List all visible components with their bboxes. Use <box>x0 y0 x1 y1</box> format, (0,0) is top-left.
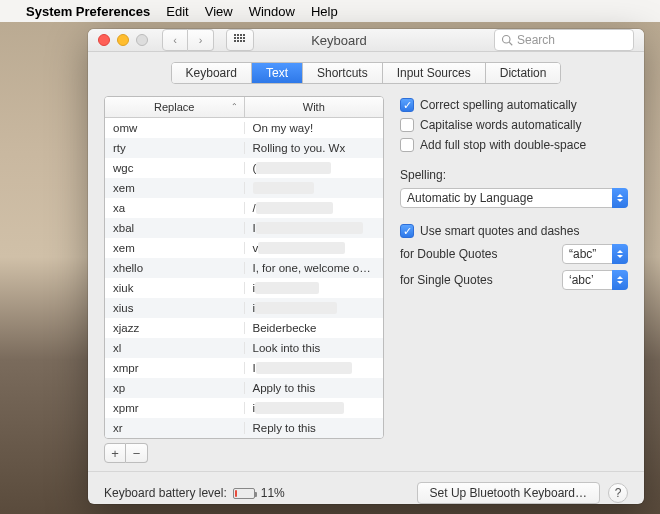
table-row[interactable]: xhelloI, for one, welcome our ne... <box>105 258 383 278</box>
sort-caret-icon: ⌃ <box>231 102 238 111</box>
remove-button[interactable]: − <box>126 443 148 463</box>
table-row[interactable]: wgc(x <box>105 158 383 178</box>
table-row[interactable]: xbalIx <box>105 218 383 238</box>
col-with[interactable]: With <box>245 97 384 117</box>
svg-point-0 <box>503 36 511 44</box>
bluetooth-keyboard-button[interactable]: Set Up Bluetooth Keyboard… <box>417 482 600 504</box>
cell-with: On my way! <box>245 122 384 134</box>
cell-replace: xbal <box>105 222 245 234</box>
table-row[interactable]: rtyRolling to you. Wx <box>105 138 383 158</box>
tab-keyboard[interactable]: Keyboard <box>172 63 252 83</box>
double-quotes-select[interactable]: “abc” <box>562 244 628 264</box>
cell-replace: xp <box>105 382 245 394</box>
table-row[interactable]: xmprIx <box>105 358 383 378</box>
opt-correct-spelling[interactable]: Correct spelling automatically <box>400 98 628 112</box>
svg-line-1 <box>509 42 512 45</box>
single-quotes-select[interactable]: ‘abc’ <box>562 270 628 290</box>
cell-with: Ix <box>245 362 384 375</box>
preferences-window: ‹ › Keyboard Search KeyboardTextShortcut… <box>88 29 644 504</box>
cell-replace: xem <box>105 242 245 254</box>
cell-replace: xjazz <box>105 322 245 334</box>
table-body[interactable]: omwOn my way!rtyRolling to you. Wxwgc(xx… <box>105 118 383 438</box>
cell-with: Look into this <box>245 342 384 354</box>
chevron-updown-icon <box>612 244 628 264</box>
cell-replace: xl <box>105 342 245 354</box>
search-placeholder: Search <box>517 33 555 47</box>
cell-replace: omw <box>105 122 245 134</box>
cell-replace: rty <box>105 142 245 154</box>
tab-input-sources[interactable]: Input Sources <box>383 63 486 83</box>
content: Replace⌃ With omwOn my way!rtyRolling to… <box>88 84 644 471</box>
battery-pct: 11% <box>261 486 285 500</box>
spelling-select[interactable]: Automatic by Language <box>400 188 628 208</box>
cell-replace: xhello <box>105 262 245 274</box>
add-remove-bar: + − <box>104 443 384 463</box>
table-row[interactable]: xpmrix <box>105 398 383 418</box>
tab-text[interactable]: Text <box>252 63 303 83</box>
checkbox-icon <box>400 118 414 132</box>
table-row[interactable]: xemx <box>105 178 383 198</box>
cell-replace: xem <box>105 182 245 194</box>
table-row[interactable]: xpApply to this <box>105 378 383 398</box>
opt-capitalise-words[interactable]: Capitalise words automatically <box>400 118 628 132</box>
col-replace[interactable]: Replace⌃ <box>105 97 245 117</box>
cell-with: Apply to this <box>245 382 384 394</box>
opt-smart-quotes[interactable]: Use smart quotes and dashes <box>400 224 628 238</box>
chevron-updown-icon <box>612 188 628 208</box>
battery-status: Keyboard battery level: 11% <box>104 486 285 500</box>
table-row[interactable]: xiukix <box>105 278 383 298</box>
tab-dictation[interactable]: Dictation <box>486 63 561 83</box>
cell-with: ix <box>245 302 384 315</box>
search-field[interactable]: Search <box>494 29 634 51</box>
cell-with: vx <box>245 242 384 255</box>
checkbox-icon <box>400 138 414 152</box>
menu-edit[interactable]: Edit <box>166 4 188 19</box>
table-row[interactable]: xiusix <box>105 298 383 318</box>
cell-replace: xpmr <box>105 402 245 414</box>
options-panel: Correct spelling automatically Capitalis… <box>400 96 628 463</box>
opt-full-stop[interactable]: Add full stop with double-space <box>400 138 628 152</box>
single-quotes-label: for Single Quotes <box>400 273 493 287</box>
cell-with: ix <box>245 282 384 295</box>
search-icon <box>501 34 513 46</box>
cell-with: Beiderbecke <box>245 322 384 334</box>
back-button[interactable]: ‹ <box>162 29 188 51</box>
cell-with: Reply to this <box>245 422 384 434</box>
close-button[interactable] <box>98 34 110 46</box>
menu-view[interactable]: View <box>205 4 233 19</box>
menubar-appname[interactable]: System Preferences <box>26 4 150 19</box>
minimize-button[interactable] <box>117 34 129 46</box>
titlebar: ‹ › Keyboard Search <box>88 29 644 52</box>
cell-replace: wgc <box>105 162 245 174</box>
cell-with: I, for one, welcome our ne... <box>245 262 384 274</box>
cell-replace: xa <box>105 202 245 214</box>
table-row[interactable]: xjazzBeiderbecke <box>105 318 383 338</box>
cell-with: (x <box>245 162 384 175</box>
menu-help[interactable]: Help <box>311 4 338 19</box>
table-header: Replace⌃ With <box>105 97 383 118</box>
add-button[interactable]: + <box>104 443 126 463</box>
checkbox-icon <box>400 98 414 112</box>
cell-replace: xiuk <box>105 282 245 294</box>
table-row[interactable]: xlLook into this <box>105 338 383 358</box>
table-row[interactable]: omwOn my way! <box>105 118 383 138</box>
cell-with: Ix <box>245 222 384 235</box>
footer: Keyboard battery level: 11% Set Up Bluet… <box>88 471 644 504</box>
help-button[interactable]: ? <box>608 483 628 503</box>
table-row[interactable]: xemvx <box>105 238 383 258</box>
replacements-table: Replace⌃ With omwOn my way!rtyRolling to… <box>104 96 384 439</box>
menubar: System Preferences Edit View Window Help <box>0 0 660 22</box>
tab-shortcuts[interactable]: Shortcuts <box>303 63 383 83</box>
zoom-button <box>136 34 148 46</box>
table-row[interactable]: xrReply to this <box>105 418 383 438</box>
checkbox-icon <box>400 224 414 238</box>
replacements-panel: Replace⌃ With omwOn my way!rtyRolling to… <box>104 96 384 463</box>
tab-bar: KeyboardTextShortcutsInput SourcesDictat… <box>88 52 644 84</box>
cell-with: /x <box>245 202 384 215</box>
cell-replace: xius <box>105 302 245 314</box>
cell-with: x <box>245 182 384 195</box>
menu-window[interactable]: Window <box>249 4 295 19</box>
traffic-lights <box>98 34 148 46</box>
table-row[interactable]: xa/x <box>105 198 383 218</box>
window-title: Keyboard <box>192 33 486 48</box>
